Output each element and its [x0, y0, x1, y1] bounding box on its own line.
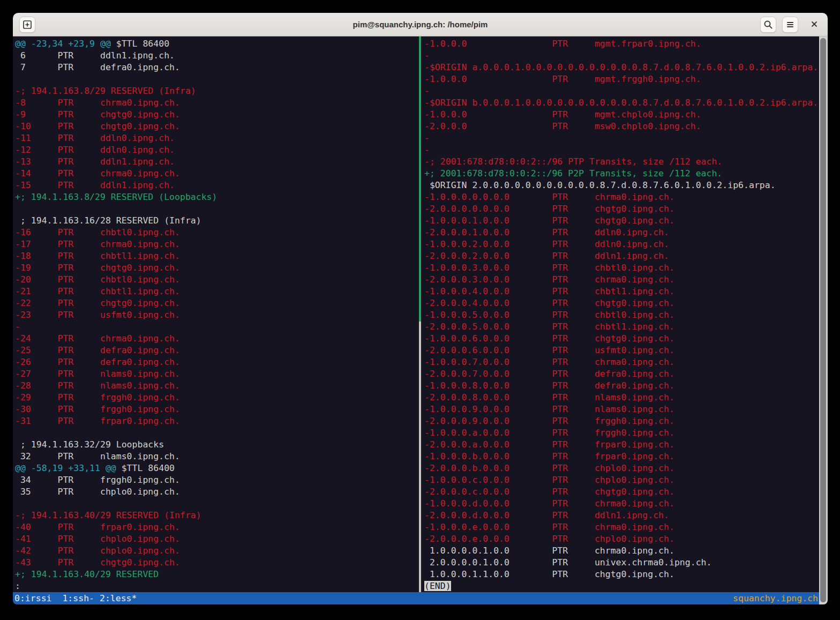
- terminal-line: -2.0.0.0.4.0.0.0 PTR chgtg0.ipng.ch.: [424, 297, 819, 309]
- terminal-line: -12 PTR ddln0.ipng.ch.: [15, 144, 419, 156]
- terminal-line: -2.0.0.0.9.0.0.0 PTR frggh0.ipng.ch.: [424, 415, 819, 427]
- tmux-status-host: squanchy.ipng.ch: [733, 592, 818, 604]
- tmux-right-pane[interactable]: -1.0.0.0 PTR mgmt.frpar0.ipng.ch.--$ORIG…: [421, 36, 819, 592]
- terminal-line: 34 PTR frggh0.ipng.ch.: [15, 474, 419, 486]
- menu-button[interactable]: [782, 17, 798, 33]
- scrollbar-thumb[interactable]: [820, 38, 826, 602]
- terminal-line: -29 PTR frggh0.ipng.ch.: [15, 392, 419, 404]
- terminal-line: ; 194.1.163.16/28 RESERVED (Infra): [15, 215, 419, 227]
- terminal-line: +; 194.1.163.8/29 RESERVED (Loopbacks): [15, 191, 419, 203]
- terminal-line: -; 2001:678:d78:0:0:2::/96 PTP Transits,…: [424, 156, 819, 168]
- terminal-line: -41 PTR chplo0.ipng.ch.: [15, 533, 419, 545]
- terminal-line: -2.0.0.0.1.0.0.0 PTR ddln0.ipng.ch.: [424, 227, 819, 238]
- terminal-line: +; 194.1.163.40/29 RESERVED: [15, 569, 419, 580]
- terminal-line: -25 PTR defra0.ipng.ch.: [15, 345, 419, 356]
- terminal-line: -1.0.0.0.5.0.0.0 PTR chbtl0.ipng.ch.: [424, 309, 819, 321]
- terminal-line: -2.0.0.0.2.0.0.0 PTR ddln1.ipng.ch.: [424, 250, 819, 262]
- terminal-line: 1.0.0.0.0.1.0.0 PTR chrma0.ipng.ch.: [424, 545, 819, 557]
- terminal-line: -$ORIGIN b.0.0.0.1.0.0.0.0.0.0.0.0.0.0.0…: [424, 97, 819, 109]
- terminal-line: [15, 73, 419, 85]
- terminal-line: @@ -58,19 +33,11 @@ $TTL 86400: [15, 462, 419, 474]
- terminal-line: 1.0.0.0.1.1.0.0 PTR chgtg0.ipng.ch.: [424, 569, 819, 580]
- terminal-line: -15 PTR ddln1.ipng.ch.: [15, 180, 419, 191]
- terminal-line: -1.0.0.0.7.0.0.0 PTR chrma0.ipng.ch.: [424, 356, 819, 368]
- terminal-line: -2.0.0.0.b.0.0.0 PTR chplo0.ipng.ch.: [424, 462, 819, 474]
- terminal-line: -23 PTR usfmt0.ipng.ch.: [15, 309, 419, 321]
- terminal-line: -1.0.0.0.c.0.0.0 PTR chplo0.ipng.ch.: [424, 474, 819, 486]
- hamburger-menu-icon: [785, 19, 796, 30]
- terminal-line: -1.0.0.0.3.0.0.0 PTR chbtl0.ipng.ch.: [424, 262, 819, 274]
- terminal-window: pim@squanchy.ipng.ch: /home/pim: [13, 13, 828, 604]
- terminal-line: -1.0.0.0.8.0.0.0 PTR defra0.ipng.ch.: [424, 380, 819, 392]
- terminal-line: -1.0.0.0.a.0.0.0 PTR frggh0.ipng.ch.: [424, 427, 819, 439]
- new-tab-icon: [21, 19, 33, 31]
- terminal-line: -27 PTR nlams0.ipng.ch.: [15, 368, 419, 380]
- terminal-line: 35 PTR chplo0.ipng.ch.: [15, 486, 419, 498]
- terminal-line: -2.0.0.0.5.0.0.0 PTR chbtl1.ipng.ch.: [424, 321, 819, 333]
- terminal-line: -17 PTR chrma0.ipng.ch.: [15, 238, 419, 250]
- terminal-line: -: [424, 144, 819, 156]
- terminal-line: -1.0.0.0.1.0.0.0 PTR chgtg0.ipng.ch.: [424, 215, 819, 227]
- new-tab-button[interactable]: [19, 17, 35, 33]
- terminal-line: 32 PTR nlams0.ipng.ch.: [15, 451, 419, 462]
- terminal-line: -1.0.0.0.d.0.0.0 PTR chrma0.ipng.ch.: [424, 498, 819, 510]
- terminal-line: -1.0.0.0 PTR mgmt.chplo0.ipng.ch.: [424, 109, 819, 121]
- terminal-line: -1.0.0.0.e.0.0.0 PTR chrma0.ipng.ch.: [424, 521, 819, 533]
- close-window-button[interactable]: [807, 17, 821, 33]
- terminal-line: -22 PTR chgtg0.ipng.ch.: [15, 297, 419, 309]
- terminal-line: -28 PTR nlams0.ipng.ch.: [15, 380, 419, 392]
- desktop-background: pim@squanchy.ipng.ch: /home/pim: [0, 0, 840, 620]
- terminal-line: -: [424, 132, 819, 144]
- terminal-line: -2.0.0.0.c.0.0.0 PTR chgtg0.ipng.ch.: [424, 486, 819, 498]
- terminal-line: -31 PTR frpar0.ipng.ch.: [15, 415, 419, 427]
- terminal-line: -2.0.0.0 PTR msw0.chplo0.ipng.ch.: [424, 121, 819, 132]
- terminal-line: ; 194.1.163.32/29 Loopbacks: [15, 439, 419, 451]
- terminal-line: -13 PTR ddln1.ipng.ch.: [15, 156, 419, 168]
- terminal-line: -1.0.0.0.b.0.0.0 PTR frpar0.ipng.ch.: [424, 451, 819, 462]
- terminal-line: -2.0.0.0.3.0.0.0 PTR chrma0.ipng.ch.: [424, 274, 819, 286]
- terminal-line: -2.0.0.0.d.0.0.0 PTR ddln1.ipng.ch.: [424, 510, 819, 521]
- tmux-window-list[interactable]: 0:irssi 1:ssh- 2:less*: [14, 592, 137, 604]
- terminal-line: -1.0.0.0 PTR mgmt.frggh0.ipng.ch.: [424, 73, 819, 85]
- terminal-line: -2.0.0.0.0.0.0.0 PTR chgtg0.ipng.ch.: [424, 203, 819, 215]
- terminal-line: -21 PTR chbtl1.ipng.ch.: [15, 286, 419, 297]
- terminal-line: -1.0.0.0.2.0.0.0 PTR ddln0.ipng.ch.: [424, 238, 819, 250]
- terminal-line: -1.0.0.0.9.0.0.0 PTR nlams0.ipng.ch.: [424, 404, 819, 415]
- search-button[interactable]: [760, 17, 776, 33]
- terminal-line: -10 PTR chgtg0.ipng.ch.: [15, 121, 419, 132]
- window-title: pim@squanchy.ipng.ch: /home/pim: [13, 20, 828, 29]
- terminal-line: -20 PTR chbtl0.ipng.ch.: [15, 274, 419, 286]
- terminal-line: -1.0.0.0.6.0.0.0 PTR chgtg0.ipng.ch.: [424, 333, 819, 345]
- terminal-content: @@ -23,34 +23,9 @@ $TTL 86400 6 PTR ddln…: [13, 36, 819, 604]
- terminal-line: -1.0.0.0.4.0.0.0 PTR chbtl1.ipng.ch.: [424, 286, 819, 297]
- terminal-line: -; 194.1.163.8/29 RESERVED (Infra): [15, 85, 419, 97]
- terminal-line: -2.0.0.0.a.0.0.0 PTR frpar0.ipng.ch.: [424, 439, 819, 451]
- tmux-left-pane[interactable]: @@ -23,34 +23,9 @@ $TTL 86400 6 PTR ddln…: [13, 36, 419, 592]
- terminal-line: -9 PTR chgtg0.ipng.ch.: [15, 109, 419, 121]
- terminal-line: -1.0.0.0 PTR mgmt.frpar0.ipng.ch.: [424, 38, 819, 50]
- terminal-line: -2.0.0.0.8.0.0.0 PTR nlams0.ipng.ch.: [424, 392, 819, 404]
- terminal-line: (END): [424, 580, 819, 592]
- close-icon: [810, 20, 819, 30]
- terminal-line: -30 PTR frggh0.ipng.ch.: [15, 404, 419, 415]
- terminal-line: -43 PTR chgtg0.ipng.ch.: [15, 557, 419, 569]
- terminal-line: -$ORIGIN a.0.0.0.1.0.0.0.0.0.0.0.0.0.0.0…: [424, 62, 819, 73]
- terminal-line: -40 PTR frpar0.ipng.ch.: [15, 521, 419, 533]
- terminal-line: -24 PTR chrma0.ipng.ch.: [15, 333, 419, 345]
- tmux-status-bar: 0:irssi 1:ssh- 2:less* squanchy.ipng.ch: [13, 592, 819, 604]
- terminal-line: -: [424, 85, 819, 97]
- terminal-line: -8 PTR chrma0.ipng.ch.: [15, 97, 419, 109]
- terminal-line: 7 PTR defra0.ipng.ch.: [15, 62, 419, 73]
- terminal-body: @@ -23,34 +23,9 @@ $TTL 86400 6 PTR ddln…: [13, 36, 828, 604]
- terminal-line: -: [15, 321, 419, 333]
- terminal-line: @@ -23,34 +23,9 @@ $TTL 86400: [15, 38, 419, 50]
- terminal-line: 6 PTR ddln1.ipng.ch.: [15, 50, 419, 62]
- terminal-line: :: [15, 580, 419, 592]
- terminal-line: [15, 427, 419, 439]
- terminal-line: -18 PTR chbtl1.ipng.ch.: [15, 250, 419, 262]
- terminal-line: -; 194.1.163.40/29 RESERVED (Infra): [15, 510, 419, 521]
- header-bar: pim@squanchy.ipng.ch: /home/pim: [13, 13, 828, 36]
- scrollbar-track[interactable]: [819, 36, 828, 604]
- terminal-line: $ORIGIN 2.0.0.0.0.0.0.0.0.0.0.0.8.7.d.0.…: [424, 180, 819, 191]
- terminal-line: [15, 498, 419, 510]
